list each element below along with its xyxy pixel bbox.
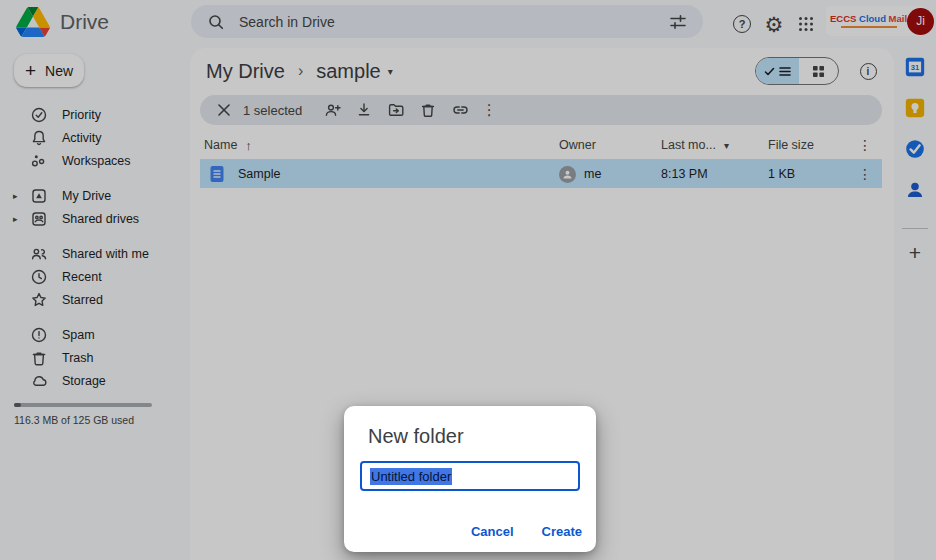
folder-name-input[interactable]: Untitled folder [360, 461, 580, 491]
folder-name-value: Untitled folder [370, 468, 452, 485]
new-folder-dialog: New folder Untitled folder Cancel Create [344, 406, 596, 552]
create-button[interactable]: Create [542, 524, 582, 539]
cancel-button[interactable]: Cancel [471, 524, 514, 539]
dialog-title: New folder [368, 425, 464, 448]
